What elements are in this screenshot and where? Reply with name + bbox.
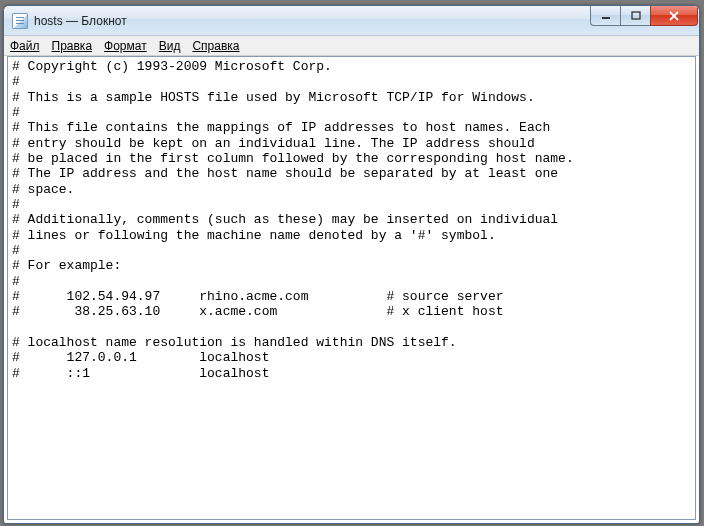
window-controls <box>590 6 698 26</box>
menubar: Файл Правка Формат Вид Справка <box>4 36 699 56</box>
menu-format[interactable]: Формат <box>104 39 147 53</box>
notepad-window: hosts — Блокнот Файл Правка Формат Вид С… <box>3 5 700 524</box>
titlebar[interactable]: hosts — Блокнот <box>4 6 699 36</box>
text-editor[interactable]: # Copyright (c) 1993-2009 Microsoft Corp… <box>8 57 695 519</box>
minimize-button[interactable] <box>590 6 620 26</box>
close-icon <box>668 11 680 21</box>
editor-frame: # Copyright (c) 1993-2009 Microsoft Corp… <box>7 56 696 520</box>
menu-file[interactable]: Файл <box>10 39 40 53</box>
window-title: hosts — Блокнот <box>34 14 127 28</box>
svg-rect-1 <box>632 12 640 19</box>
notepad-icon <box>12 13 28 29</box>
menu-edit[interactable]: Правка <box>52 39 93 53</box>
maximize-button[interactable] <box>620 6 650 26</box>
menu-view[interactable]: Вид <box>159 39 181 53</box>
menu-help[interactable]: Справка <box>192 39 239 53</box>
maximize-icon <box>631 11 641 21</box>
minimize-icon <box>601 11 611 21</box>
svg-rect-0 <box>602 17 610 19</box>
close-button[interactable] <box>650 6 698 26</box>
